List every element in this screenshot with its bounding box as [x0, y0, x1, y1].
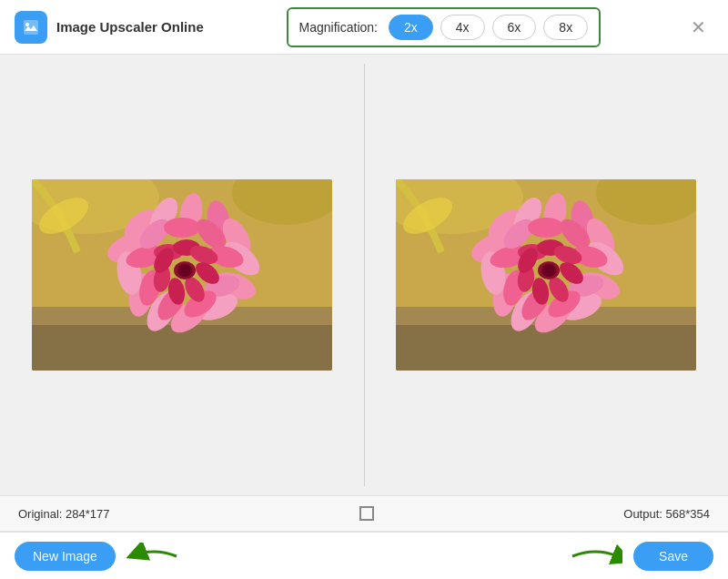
svg-point-2 — [25, 23, 29, 26]
mag-btn-2x[interactable]: 2x — [389, 15, 433, 40]
output-info: Output: 568*354 — [623, 507, 710, 521]
new-image-button[interactable]: New Image — [15, 542, 116, 571]
original-image — [32, 179, 332, 371]
header: Image Upscaler Online Magnification: 2x … — [0, 0, 728, 55]
arrow-left-icon — [126, 543, 181, 570]
app-icon — [15, 11, 47, 44]
main-content — [0, 55, 728, 495]
mag-btn-4x[interactable]: 4x — [440, 15, 485, 40]
magnification-box: Magnification: 2x 4x 6x 8x — [287, 7, 602, 47]
info-bar: Original: 284*177 Output: 568*354 — [0, 495, 728, 532]
original-info: Original: 284*177 — [18, 507, 109, 521]
arrow-right-icon — [568, 543, 622, 570]
mag-btn-6x[interactable]: 6x — [492, 15, 537, 40]
header-left: Image Upscaler Online — [15, 11, 204, 44]
magnification-label: Magnification: — [299, 20, 378, 35]
svg-point-61 — [528, 218, 564, 238]
app-title: Image Upscaler Online — [56, 19, 204, 35]
footer-right: Save — [568, 542, 713, 571]
close-button[interactable]: ✕ — [683, 15, 713, 40]
svg-point-23 — [164, 218, 200, 238]
save-button[interactable]: Save — [633, 542, 713, 571]
footer: New Image Save — [0, 532, 728, 579]
svg-rect-1 — [24, 20, 38, 35]
svg-point-39 — [177, 264, 192, 277]
footer-left: New Image — [15, 542, 181, 571]
output-image — [396, 179, 696, 371]
original-panel — [0, 55, 364, 495]
mag-btn-8x[interactable]: 8x — [543, 15, 588, 40]
svg-point-77 — [541, 264, 556, 277]
center-square-icon — [359, 506, 374, 521]
output-panel — [365, 55, 729, 495]
